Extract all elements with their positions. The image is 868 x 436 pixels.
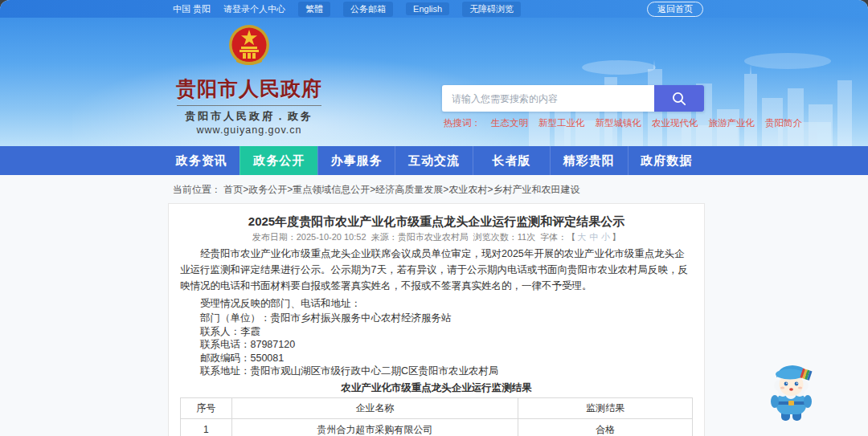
top-link-accessibility[interactable]: 无障碍浏览: [462, 2, 521, 17]
nav-item-zhangzheban[interactable]: 长者版: [473, 146, 550, 175]
postal-code-line: 邮政编码：550081: [180, 352, 693, 365]
font-bracket-open: 【: [567, 232, 575, 242]
nav-items: 政务资讯 政务公开 办事服务 互动交流 长者版 精彩贵阳 政府数据: [163, 146, 705, 175]
back-to-home-button[interactable]: 返回首页: [647, 2, 703, 17]
font-size-large[interactable]: 大: [577, 232, 586, 242]
article-meta: 发布日期：2025-10-20 10:52 来源：贵阳市农业农村局 浏览次数：1…: [180, 231, 693, 242]
breadcrumb-path[interactable]: 首页>政务公开>重点领域信息公开>经济高质量发展>农业农村>乡村产业和农田建设: [223, 184, 579, 195]
top-links: 中国 贵阳 请登录个人中心 繁體 公务邮箱 English 无障碍浏览: [173, 2, 521, 17]
contact-person-line: 联系人：李霞: [180, 325, 693, 339]
hot-search-item[interactable]: 农业现代化: [652, 117, 698, 129]
article-title: 2025年度贵阳市农业产业化市级重点龙头企业运行监测和评定结果公示: [180, 214, 693, 229]
monitoring-result-table: 序号 企业名称 监测结果 1 贵州合力超市采购有限公司 合格 2 贵州友禾种业有…: [180, 397, 693, 436]
search-input[interactable]: [442, 85, 654, 112]
company-name: 贵州合力超市采购有限公司: [231, 418, 518, 436]
search-icon: [671, 91, 687, 107]
hot-search-item[interactable]: 新型城镇化: [596, 117, 642, 129]
font-size-medium[interactable]: 中: [589, 232, 598, 242]
col-header-index: 序号: [181, 397, 232, 418]
nav-item-hudong-jiaoliu[interactable]: 互动交流: [395, 146, 472, 175]
font-size-small[interactable]: 小: [601, 232, 610, 242]
row-index: 1: [181, 418, 232, 436]
col-header-result: 监测结果: [518, 397, 693, 418]
hot-search-item[interactable]: 旅游产业化: [709, 117, 755, 129]
nav-item-banshi-fuwu[interactable]: 办事服务: [317, 146, 395, 175]
col-header-company: 企业名称: [231, 397, 518, 418]
top-link-traditional-chinese[interactable]: 繁體: [298, 2, 330, 17]
source-value: 贵阳市农业农村局: [398, 232, 469, 242]
hot-search-row: 热搜词： 生态文明 新型工业化 新型城镇化 农业现代化 旅游产业化 贵阳简介: [444, 117, 802, 129]
top-utility-bar: 中国 贵阳 请登录个人中心 繁體 公务邮箱 English 无障碍浏览 返回首页: [0, 0, 868, 18]
browser-page: 中国 贵阳 请登录个人中心 繁體 公务邮箱 English 无障碍浏览 返回首页: [0, 0, 868, 436]
site-header: 贵阳市人民政府 贵阳市人民政府．政务 www.guiyang.gov.cn 热搜…: [0, 18, 868, 146]
nav-item-jingcai-guiyang[interactable]: 精彩贵阳: [550, 146, 627, 175]
hot-search-item[interactable]: 贵阳简介: [765, 117, 802, 129]
monitor-result: 合格: [518, 418, 693, 436]
result-table-caption: 农业产业化市级重点龙头企业运行监测结果: [180, 381, 693, 394]
table-row: 1 贵州合力超市采购有限公司 合格: [181, 418, 693, 436]
national-emblem-icon: [226, 22, 272, 71]
font-size-label: 字体：: [540, 232, 567, 242]
search-button[interactable]: [654, 85, 704, 112]
views-label: 浏览次数：: [473, 232, 518, 242]
font-bracket-close: 】: [612, 232, 620, 242]
article-paragraph: 经贵阳市农业产业化市级重点龙头企业联席会议成员单位审定，现对2025年开展的农业…: [180, 246, 693, 294]
contact-department-line: 部门（单位）：贵阳市乡村振兴服务中心农村经济服务站: [180, 312, 693, 325]
site-url: www.guiyang.gov.cn: [170, 124, 328, 136]
contact-phone-line: 联系电话：87987120: [180, 338, 693, 352]
nav-item-zhengwu-gongkai[interactable]: 政务公开: [240, 146, 317, 175]
hot-search-item[interactable]: 新型工业化: [538, 117, 585, 129]
hot-search-label: 热搜词：: [444, 117, 481, 129]
publish-date-label: 发布日期：: [252, 232, 297, 242]
views-value: 11次: [518, 232, 535, 242]
nav-item-zhengfu-shuju[interactable]: 政府数据: [628, 146, 705, 175]
publish-date: 2025-10-20 10:52: [297, 232, 366, 242]
article-card: 2025年度贵阳市农业产业化市级重点龙头企业运行监测和评定结果公示 发布日期：2…: [168, 203, 705, 436]
main-navbar: 政务资讯 政务公开 办事服务 互动交流 长者版 精彩贵阳 政府数据: [0, 146, 868, 175]
site-logo[interactable]: 贵阳市人民政府 贵阳市人民政府．政务 www.guiyang.gov.cn: [170, 22, 328, 136]
top-link-english[interactable]: English: [406, 2, 449, 15]
top-link-china-guiyang[interactable]: 中国 贵阳: [173, 3, 211, 15]
contact-address-line: 联系地址：贵阳市观山湖区市级行政中心二期C区贵阳市农业农村局: [180, 365, 693, 378]
top-link-login-personal-center[interactable]: 请登录个人中心: [223, 3, 285, 15]
table-header-row: 序号 企业名称 监测结果: [181, 397, 693, 418]
breadcrumb: 当前位置： 首页>政务公开>重点领域信息公开>经济高质量发展>农业农村>乡村产业…: [0, 175, 868, 203]
site-subtitle: 贵阳市人民政府．政务: [177, 105, 321, 124]
breadcrumb-label: 当前位置：: [173, 184, 221, 195]
site-title: 贵阳市人民政府: [170, 75, 328, 102]
top-link-official-mailbox[interactable]: 公务邮箱: [343, 2, 393, 17]
article-paragraph: 受理情况反映的部门、电话和地址：: [180, 295, 693, 312]
source-label: 来源：: [371, 232, 398, 242]
hot-search-item[interactable]: 生态文明: [491, 117, 528, 129]
mascot-character[interactable]: [764, 360, 818, 424]
search-box: [442, 85, 704, 112]
nav-item-zhengwu-zixun[interactable]: 政务资讯: [163, 146, 240, 175]
